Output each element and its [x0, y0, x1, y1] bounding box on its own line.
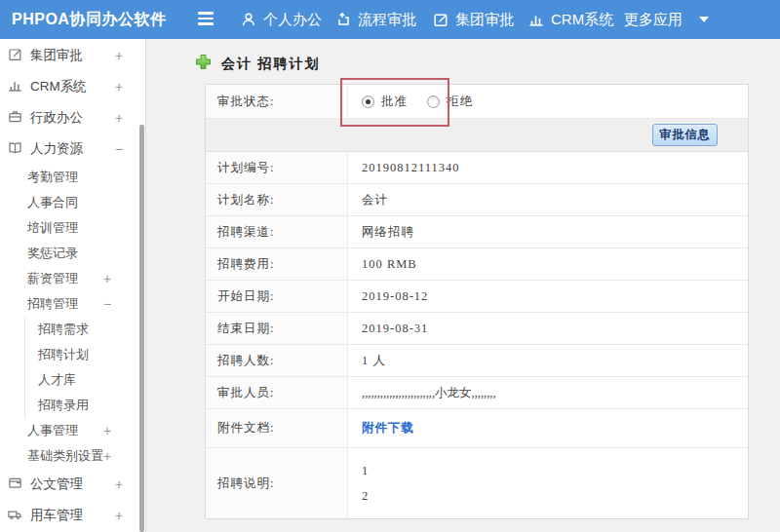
- sidebar-item-talent-pool[interactable]: 人才库: [24, 367, 145, 393]
- nav-item-personal-office[interactable]: 个人办公: [241, 0, 322, 39]
- table-row-approvers: 审批人员: ,,,,,,,,,,,,,,,,,,,,,,,,小龙女,,,,,,,…: [206, 377, 748, 409]
- field-value: 1 人: [348, 345, 748, 376]
- table-row-start-date: 开始日期: 2019-08-12: [206, 281, 748, 313]
- edit-square-icon: [433, 12, 448, 27]
- field-label: 招聘费用:: [206, 248, 348, 280]
- user-icon: [241, 12, 256, 27]
- top-navbar: PHPOA协同办公软件 个人办公 流程审批 集团审批 CRM系统 更多应用: [0, 0, 780, 39]
- sidebar-item-recruit-hire[interactable]: 招聘录用: [24, 393, 145, 418]
- car-icon: [8, 507, 22, 524]
- sidebar-item-training[interactable]: 培训管理: [0, 215, 145, 241]
- book-icon: [8, 140, 22, 158]
- nav-item-more-apps[interactable]: 更多应用: [624, 0, 709, 39]
- field-label: 审批人员:: [206, 377, 348, 408]
- expand-icon[interactable]: +: [115, 110, 123, 126]
- edit-square-icon: [8, 47, 22, 64]
- expand-icon[interactable]: +: [103, 423, 111, 438]
- description-line: 2: [362, 483, 369, 509]
- recruit-plan-detail-panel: 审批状态: 批准 拒绝 审批信息 计划编号: 20190812111340 计划…: [205, 84, 749, 519]
- sidebar-item-hr-contract[interactable]: 人事合同: [0, 190, 145, 215]
- sidebar-item-base-category[interactable]: 基础类别设置 +: [0, 443, 145, 469]
- app-logo: PHPOA协同办公软件: [12, 0, 166, 39]
- field-label: 审批状态:: [206, 85, 348, 118]
- expand-icon[interactable]: +: [115, 79, 123, 95]
- sidebar-item-attendance[interactable]: 考勤管理: [0, 165, 145, 190]
- main-content: 会计 招聘计划 审批状态: 批准 拒绝 审批信息 计划编号: 201908121…: [146, 39, 780, 532]
- page-header: 会计 招聘计划: [195, 54, 321, 74]
- expand-icon[interactable]: +: [103, 448, 111, 464]
- page-title: 会计 招聘计划: [221, 56, 321, 73]
- field-label: 附件文档:: [206, 409, 348, 447]
- table-row-headcount: 招聘人数: 1 人: [206, 345, 748, 377]
- collapse-icon[interactable]: −: [115, 141, 123, 157]
- sidebar-item-admin-office[interactable]: 行政办公 +: [0, 102, 145, 133]
- field-value: ,,,,,,,,,,,,,,,,,,,,,,,,小龙女,,,,,,,,: [348, 377, 748, 408]
- expand-icon[interactable]: +: [103, 271, 111, 286]
- sidebar-item-salary[interactable]: 薪资管理 +: [0, 266, 145, 291]
- expand-icon[interactable]: +: [115, 508, 123, 523]
- field-label: 计划名称:: [206, 184, 348, 215]
- field-value: 20190812111340: [348, 152, 748, 183]
- expand-icon[interactable]: +: [115, 476, 123, 492]
- sidebar-item-documents[interactable]: 公文管理 +: [0, 469, 145, 500]
- field-label: 招聘说明:: [206, 448, 348, 518]
- approval-info-button[interactable]: 审批信息: [652, 124, 718, 146]
- approval-status-row: 审批状态: 批准 拒绝: [206, 85, 748, 119]
- table-row-description: 招聘说明: 1 2: [206, 448, 748, 518]
- bar-chart-icon: [8, 78, 22, 95]
- nav-item-process-approval[interactable]: 流程审批: [335, 0, 416, 39]
- nav-item-crm[interactable]: CRM系统: [528, 0, 613, 39]
- field-label: 招聘人数:: [206, 345, 348, 376]
- sidebar-item-human-resources[interactable]: 人力资源 −: [0, 133, 145, 165]
- sidebar-item-recruit-plan[interactable]: 招聘计划: [24, 342, 145, 367]
- field-value: 2019-08-12: [348, 281, 748, 312]
- sidebar-item-personnel[interactable]: 人事管理 +: [0, 418, 145, 443]
- table-row-recruit-cost: 招聘费用: 100 RMB: [206, 248, 748, 281]
- sidebar: 集团审批 + CRM系统 + 行政办公 + 人力资源 − 考勤管理 人事合同 培…: [0, 39, 146, 532]
- field-label: 结束日期:: [206, 313, 348, 344]
- caret-down-icon: [699, 17, 709, 22]
- field-value: 会计: [348, 184, 748, 215]
- sidebar-item-recruitment[interactable]: 招聘管理 −: [0, 291, 145, 317]
- table-row-plan-number: 计划编号: 20190812111340: [206, 152, 748, 184]
- approve-radio[interactable]: [362, 95, 374, 108]
- field-value: 2019-08-31: [348, 313, 748, 344]
- field-label: 招聘渠道:: [206, 216, 348, 247]
- attachment-download-link[interactable]: 附件下载: [362, 420, 414, 437]
- field-label: 计划编号:: [206, 152, 348, 183]
- collapse-icon[interactable]: −: [103, 296, 111, 312]
- sidebar-item-recruit-demand[interactable]: 招聘需求: [24, 317, 145, 342]
- field-label: 开始日期:: [206, 281, 348, 312]
- reject-radio-label[interactable]: 拒绝: [447, 94, 473, 110]
- nav-item-group-approval[interactable]: 集团审批: [433, 0, 514, 39]
- sidebar-item-crm[interactable]: CRM系统 +: [0, 71, 145, 102]
- description-line: 1: [362, 458, 369, 483]
- menu-toggle-icon[interactable]: [195, 9, 216, 30]
- table-row-recruit-channel: 招聘渠道: 网络招聘: [206, 216, 748, 248]
- add-icon: [195, 54, 212, 74]
- sidebar-item-rewards[interactable]: 奖惩记录: [0, 241, 145, 266]
- field-value: 网络招聘: [348, 216, 748, 247]
- bar-chart-icon: [528, 12, 544, 27]
- sidebar-item-vehicles[interactable]: 用车管理 +: [0, 500, 145, 531]
- briefcase-icon: [8, 109, 22, 127]
- reject-radio[interactable]: [427, 95, 440, 108]
- table-row-attachment: 附件文档: 附件下载: [206, 409, 748, 448]
- sidebar-item-group-approval[interactable]: 集团审批 +: [0, 40, 145, 71]
- table-row-plan-name: 计划名称: 会计: [206, 184, 748, 216]
- table-row-end-date: 结束日期: 2019-08-31: [206, 313, 748, 345]
- expand-icon[interactable]: +: [115, 48, 123, 63]
- process-icon: [335, 12, 351, 27]
- document-icon: [8, 475, 22, 493]
- field-value: 100 RMB: [348, 248, 748, 280]
- sidebar-scrollbar[interactable]: [139, 125, 144, 532]
- toolbar-row: 审批信息: [206, 119, 748, 152]
- approve-radio-label[interactable]: 批准: [381, 94, 408, 110]
